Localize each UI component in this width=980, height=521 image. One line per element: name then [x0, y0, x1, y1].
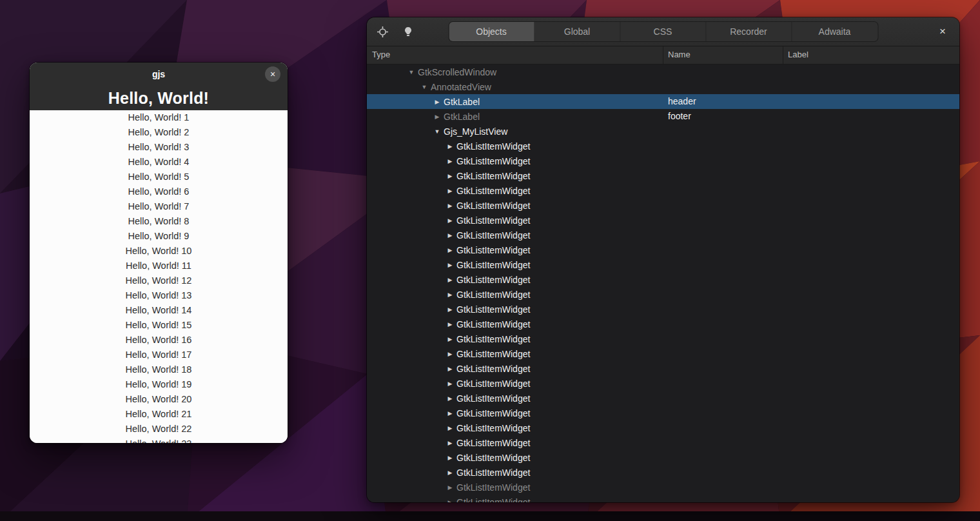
tab-adwaita[interactable]: Adwaita [792, 22, 877, 41]
list-item[interactable]: Hello, World! 15 [126, 318, 192, 333]
list-item[interactable]: Hello, World! 17 [126, 348, 192, 362]
expander-collapsed-icon[interactable]: ▶ [446, 425, 455, 431]
gjs-headerbar[interactable]: gjs × [30, 63, 288, 86]
column-name[interactable]: Name [668, 46, 691, 63]
tree-row[interactable]: ▶GtkListItemWidget [367, 331, 959, 346]
tab-global[interactable]: Global [534, 22, 620, 41]
list-item[interactable]: Hello, World! 20 [126, 392, 192, 407]
tree-row[interactable]: ▶GtkListItemWidget [367, 153, 959, 168]
expander-collapsed-icon[interactable]: ▶ [446, 499, 455, 503]
expander-collapsed-icon[interactable]: ▶ [446, 380, 455, 387]
tab-objects[interactable]: Objects [449, 22, 534, 41]
expander-collapsed-icon[interactable]: ▶ [446, 217, 455, 224]
type-cell: GtkListItemWidget [456, 275, 530, 285]
tree-row[interactable]: ▶GtkListItemWidget [367, 361, 959, 376]
tree-row[interactable]: ▶GtkLabelheader [367, 94, 959, 109]
expander-collapsed-icon[interactable]: ▶ [446, 321, 455, 328]
list-item[interactable]: Hello, World! 16 [126, 333, 192, 348]
tab-css[interactable]: CSS [620, 22, 706, 41]
column-type[interactable]: Type [372, 46, 390, 63]
list-item[interactable]: Hello, World! 23 [126, 437, 192, 443]
list-item[interactable]: Hello, World! 7 [128, 199, 190, 214]
expander-collapsed-icon[interactable]: ▶ [446, 440, 455, 446]
tree-row[interactable]: ▶GtkListItemWidget [367, 139, 959, 153]
expander-expanded-icon[interactable]: ▼ [420, 84, 429, 90]
list-item[interactable]: Hello, World! 8 [128, 214, 190, 229]
expander-collapsed-icon[interactable]: ▶ [446, 410, 455, 417]
list-item[interactable]: Hello, World! 9 [128, 229, 190, 244]
expander-collapsed-icon[interactable]: ▶ [446, 366, 455, 372]
tree-row[interactable]: ▶GtkListItemWidget [367, 198, 959, 213]
tree-row[interactable]: ▶GtkListItemWidget [367, 213, 959, 228]
tree-row[interactable]: ▶GtkListItemWidget [367, 450, 959, 465]
tree-row[interactable]: ▶GtkListItemWidget [367, 391, 959, 406]
list-item[interactable]: Hello, World! 3 [128, 140, 190, 155]
expander-collapsed-icon[interactable]: ▶ [446, 455, 455, 461]
tree-row[interactable]: ▶GtkListItemWidget [367, 495, 959, 502]
list-item[interactable]: Hello, World! 6 [128, 184, 190, 199]
lightbulb-icon[interactable] [398, 21, 418, 42]
expander-collapsed-icon[interactable]: ▶ [446, 291, 455, 298]
tree-row[interactable]: ▶GtkListItemWidget [367, 480, 959, 495]
expander-collapsed-icon[interactable]: ▶ [446, 202, 455, 209]
list-item[interactable]: Hello, World! 12 [126, 273, 192, 288]
close-button[interactable]: × [934, 23, 952, 41]
expander-collapsed-icon[interactable]: ▶ [446, 188, 455, 194]
tree-row[interactable]: ▶GtkLabelfooter [367, 109, 959, 124]
expander-collapsed-icon[interactable]: ▶ [446, 351, 455, 357]
expander-collapsed-icon[interactable]: ▶ [433, 99, 442, 105]
tree-row[interactable]: ▶GtkListItemWidget [367, 272, 959, 287]
expander-collapsed-icon[interactable]: ▶ [446, 469, 455, 476]
list-item[interactable]: Hello, World! 2 [128, 125, 190, 140]
expander-collapsed-icon[interactable]: ▶ [446, 247, 455, 253]
column-label[interactable]: Label [788, 46, 808, 63]
expander-collapsed-icon[interactable]: ▶ [446, 306, 455, 313]
tree-row[interactable]: ▶GtkListItemWidget [367, 406, 959, 420]
list-item[interactable]: Hello, World! 14 [126, 303, 192, 318]
list-item[interactable]: Hello, World! 18 [126, 362, 192, 377]
expander-collapsed-icon[interactable]: ▶ [446, 395, 455, 402]
inspector-headerbar[interactable]: ObjectsGlobalCSSRecorderAdwaita × [367, 17, 959, 46]
inspect-target-icon[interactable] [372, 21, 393, 42]
tree-row[interactable]: ▶GtkListItemWidget [367, 183, 959, 198]
close-button[interactable]: × [265, 66, 280, 82]
list-item[interactable]: Hello, World! 1 [128, 110, 190, 125]
expander-collapsed-icon[interactable]: ▶ [446, 143, 455, 150]
expander-collapsed-icon[interactable]: ▶ [446, 262, 455, 268]
list-item[interactable]: Hello, World! 22 [126, 422, 192, 437]
list-item[interactable]: Hello, World! 11 [126, 259, 191, 273]
type-cell: GtkListItemWidget [456, 141, 530, 152]
expander-collapsed-icon[interactable]: ▶ [446, 158, 455, 164]
expander-expanded-icon[interactable]: ▼ [407, 69, 416, 75]
tree-row[interactable]: ▼GtkScrolledWindow [367, 64, 959, 79]
tree-row[interactable]: ▼Gjs_MyListView [367, 124, 959, 139]
tree-row[interactable]: ▶GtkListItemWidget [367, 465, 959, 480]
list-item[interactable]: Hello, World! 5 [128, 170, 190, 184]
tab-recorder[interactable]: Recorder [706, 22, 792, 41]
list-item[interactable]: Hello, World! 19 [126, 377, 192, 392]
tree-row[interactable]: ▶GtkListItemWidget [367, 420, 959, 435]
expander-collapsed-icon[interactable]: ▶ [446, 484, 455, 491]
list-item[interactable]: Hello, World! 21 [126, 407, 192, 422]
list-item[interactable]: Hello, World! 4 [128, 155, 190, 170]
tree-row[interactable]: ▶GtkListItemWidget [367, 228, 959, 242]
expander-collapsed-icon[interactable]: ▶ [446, 336, 455, 342]
list-item[interactable]: Hello, World! 10 [126, 244, 192, 259]
tree-row[interactable]: ▶GtkListItemWidget [367, 435, 959, 450]
expander-expanded-icon[interactable]: ▼ [433, 128, 442, 135]
expander-collapsed-icon[interactable]: ▶ [446, 232, 455, 239]
tree-row[interactable]: ▶GtkListItemWidget [367, 242, 959, 257]
tree-row[interactable]: ▶GtkListItemWidget [367, 168, 959, 183]
type-cell: GtkListItemWidget [456, 438, 530, 448]
tree-row[interactable]: ▼AnnotatedView [367, 79, 959, 94]
list-item[interactable]: Hello, World! 13 [126, 288, 192, 303]
tree-row[interactable]: ▶GtkListItemWidget [367, 257, 959, 272]
tree-row[interactable]: ▶GtkListItemWidget [367, 287, 959, 302]
tree-row[interactable]: ▶GtkListItemWidget [367, 346, 959, 361]
expander-collapsed-icon[interactable]: ▶ [433, 113, 442, 120]
expander-collapsed-icon[interactable]: ▶ [446, 173, 455, 179]
tree-row[interactable]: ▶GtkListItemWidget [367, 317, 959, 331]
tree-row[interactable]: ▶GtkListItemWidget [367, 302, 959, 317]
tree-row[interactable]: ▶GtkListItemWidget [367, 376, 959, 391]
expander-collapsed-icon[interactable]: ▶ [446, 277, 455, 283]
